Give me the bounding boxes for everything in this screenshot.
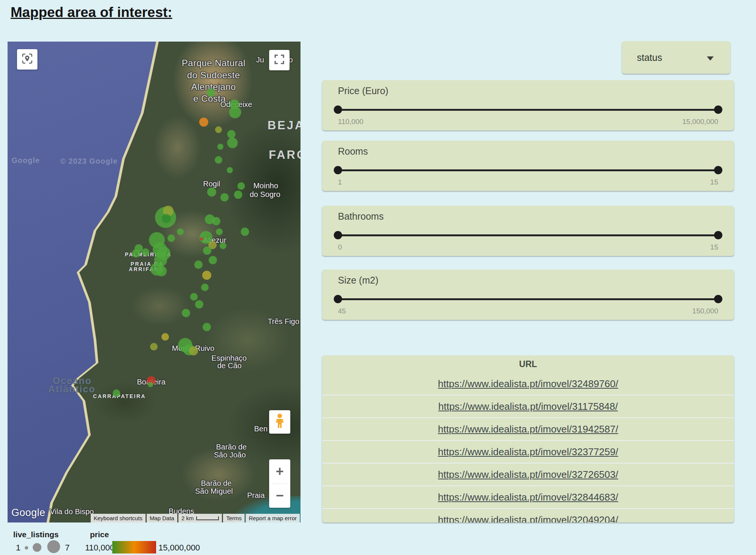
- page-title: Mapped area of interest:: [11, 5, 172, 20]
- legend-dot-medium: [33, 543, 42, 552]
- listing-marker[interactable]: [203, 323, 211, 331]
- listing-url-link[interactable]: https://www.idealista.pt/imovel/32049204…: [438, 514, 618, 523]
- legend-price-title: price: [90, 530, 109, 539]
- listing-marker[interactable]: [194, 260, 203, 269]
- listing-marker[interactable]: [207, 188, 216, 197]
- slider-track[interactable]: [338, 109, 718, 111]
- zoom-out-button[interactable]: −: [269, 484, 290, 508]
- listing-marker[interactable]: [132, 249, 140, 257]
- url-table-row: https://www.idealista.pt/imovel/31175848…: [322, 395, 734, 417]
- listing-marker[interactable]: [217, 144, 223, 150]
- listing-url-link[interactable]: https://www.idealista.pt/imovel/32377259…: [438, 446, 618, 458]
- listing-marker[interactable]: [212, 217, 220, 225]
- listing-marker[interactable]: [202, 271, 211, 280]
- minus-icon: −: [276, 488, 284, 504]
- map-label: Atlântico: [48, 384, 96, 395]
- listing-url-link[interactable]: https://www.idealista.pt/imovel/32726503…: [438, 469, 618, 481]
- caret-down-icon: [707, 56, 714, 60]
- listing-marker[interactable]: [156, 266, 167, 276]
- listing-marker[interactable]: [237, 182, 245, 190]
- slider-label: Price (Euro): [338, 85, 388, 96]
- listing-marker[interactable]: [201, 284, 209, 291]
- pegman-button[interactable]: [269, 410, 290, 434]
- listing-marker[interactable]: [215, 156, 222, 164]
- listing-marker[interactable]: [150, 343, 158, 350]
- plus-icon: +: [276, 464, 284, 479]
- google-logo[interactable]: Google: [11, 507, 45, 519]
- listing-marker[interactable]: [209, 256, 217, 264]
- map-scale-label: 2 km: [181, 515, 194, 521]
- map-label: Barão de: [216, 443, 246, 451]
- slider-track[interactable]: [338, 234, 718, 236]
- map-label: do Sudoeste: [187, 70, 240, 81]
- listing-marker[interactable]: [148, 382, 153, 387]
- listing-url-link[interactable]: https://www.idealista.pt/imovel/32489760…: [438, 378, 618, 390]
- map-scale[interactable]: 2 km: [178, 514, 222, 522]
- listing-marker[interactable]: [113, 389, 120, 397]
- map-label: Ben: [254, 425, 268, 433]
- listing-url-link[interactable]: https://www.idealista.pt/imovel/31942587…: [438, 423, 618, 435]
- slider-track[interactable]: [338, 169, 718, 171]
- pegman-icon: [273, 413, 286, 431]
- listing-marker[interactable]: [203, 246, 211, 255]
- listing-marker[interactable]: [182, 309, 190, 317]
- slider-min-value: 1: [338, 178, 342, 186]
- listing-url-link[interactable]: https://www.idealista.pt/imovel/31175848…: [438, 401, 618, 412]
- listing-marker[interactable]: [216, 228, 223, 235]
- slider-handle-max[interactable]: [714, 295, 722, 303]
- slider-handle-min[interactable]: [334, 295, 342, 303]
- listing-marker[interactable]: [189, 346, 198, 355]
- slider-handle-min[interactable]: [334, 166, 342, 174]
- listing-marker[interactable]: [200, 237, 203, 240]
- slider-handle-min[interactable]: [334, 105, 342, 114]
- map-label: Três Figo: [268, 317, 299, 326]
- map-label: Google: [12, 156, 40, 165]
- listing-marker[interactable]: [142, 248, 149, 256]
- map[interactable]: Parque Naturaldo SudoesteAlentejanoe Cos…: [8, 42, 301, 522]
- slider-handle-max[interactable]: [714, 166, 722, 174]
- listing-marker[interactable]: [177, 228, 184, 235]
- zoom-in-button[interactable]: +: [269, 459, 290, 484]
- listing-marker[interactable]: [167, 234, 175, 242]
- listing-marker[interactable]: [162, 214, 171, 223]
- slider-handle-max[interactable]: [714, 105, 722, 114]
- map-data-link[interactable]: Map Data: [147, 514, 177, 522]
- slider-min-value: 0: [338, 243, 342, 251]
- legend-price-gradient: [112, 541, 156, 553]
- url-table-header: URL: [322, 355, 734, 373]
- listing-marker[interactable]: [199, 118, 208, 127]
- fullscreen-button[interactable]: [269, 50, 290, 70]
- listing-marker[interactable]: [241, 228, 249, 236]
- listing-marker[interactable]: [227, 138, 238, 148]
- map-label: de Cão: [217, 361, 242, 370]
- legend-size-title: live_listings: [13, 530, 59, 539]
- listing-marker[interactable]: [227, 130, 235, 138]
- slider-panel-bathrooms: Bathrooms015: [322, 206, 734, 256]
- keyboard-shortcuts-link[interactable]: Keyboard shortcuts: [91, 514, 146, 522]
- slider-track[interactable]: [338, 298, 718, 300]
- report-map-error-link[interactable]: Report a map error: [246, 514, 300, 522]
- terms-link[interactable]: Terms: [223, 514, 245, 522]
- slider-handle-min[interactable]: [334, 231, 342, 239]
- listing-marker[interactable]: [229, 106, 241, 118]
- map-label: Ju: [256, 56, 264, 64]
- listing-marker[interactable]: [195, 300, 203, 309]
- listing-marker[interactable]: [220, 193, 229, 202]
- legend-price-max: 15,000,000: [158, 543, 200, 553]
- listing-marker[interactable]: [215, 126, 222, 133]
- listing-marker[interactable]: [207, 88, 215, 97]
- slider-handle-max[interactable]: [714, 231, 722, 239]
- slider-max-value: 150,000: [692, 307, 718, 315]
- map-label: Rogil: [203, 180, 220, 188]
- locate-button[interactable]: [17, 49, 37, 70]
- status-dropdown[interactable]: status: [622, 41, 730, 74]
- listing-marker[interactable]: [220, 242, 226, 249]
- listing-url-link[interactable]: https://www.idealista.pt/imovel/32844683…: [438, 491, 618, 503]
- listing-marker[interactable]: [190, 293, 198, 301]
- url-table-body: https://www.idealista.pt/imovel/32489760…: [322, 373, 734, 522]
- listing-marker[interactable]: [234, 191, 242, 199]
- map-label: Barão de: [201, 479, 231, 488]
- listing-marker[interactable]: [227, 167, 233, 173]
- listing-marker[interactable]: [161, 333, 169, 341]
- slider-max-value: 15,000,000: [682, 118, 718, 126]
